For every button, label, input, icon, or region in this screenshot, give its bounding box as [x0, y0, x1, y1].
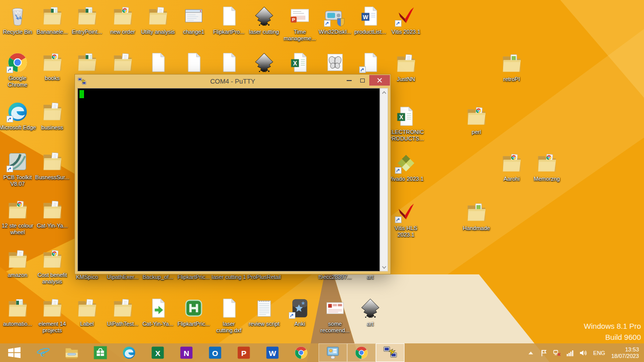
chrome-window-icon — [354, 345, 369, 360]
icon-label: f9ecc28397... — [318, 274, 352, 280]
desktop-icon-vivado-2023-1[interactable]: Vivado 2023.1 — [387, 150, 425, 182]
chevron-up-tray-icon — [527, 349, 535, 357]
desktop-icon-cat-yin-ya[interactable]: Cat-Yin-Ya... — [34, 197, 71, 229]
internet-explorer-icon: e — [36, 345, 50, 360]
desktop-icon-laser-cutting-dxf[interactable]: laser cutting.dxf — [210, 295, 248, 334]
hidden-icons-button[interactable] — [526, 348, 535, 357]
desktop-icon-automatio[interactable]: automatio... — [0, 295, 36, 327]
taskbar-items: eXNOPW — [0, 343, 405, 362]
desktop-icon-item-22[interactable] — [352, 49, 389, 75]
anki-icon — [289, 295, 311, 319]
desktop-icon-justnn[interactable]: JustNN — [387, 50, 425, 83]
terminal-scrollbar[interactable] — [380, 88, 388, 271]
desktop-icon-art[interactable]: art — [352, 295, 389, 327]
signal-strength-icon[interactable] — [566, 348, 574, 357]
desktop-icon-some-recomend[interactable]: some recomend... — [316, 295, 354, 334]
desktop-icon-perl[interactable]: perl — [458, 103, 495, 135]
desktop-icon-item-15[interactable] — [104, 49, 141, 75]
onenote-taskbar-button[interactable]: N — [172, 343, 201, 362]
desktop-icon-label[interactable]: Label — [68, 295, 106, 327]
desktop-icon-handmade[interactable]: Handmade — [458, 199, 495, 232]
language-indicator[interactable]: ENG — [593, 350, 605, 356]
network-status-icon[interactable] — [552, 348, 561, 357]
desktop-icon-time-manageme[interactable]: PTime manageme... — [281, 3, 318, 42]
desktop-icon-uipathtest[interactable]: UiPathTest... — [104, 295, 141, 327]
desktop-icon-electronic-products[interactable]: XELECTRONIC PRODUCTS... — [387, 103, 425, 142]
desktop-icon-element-14-projects[interactable]: element 14 projects — [34, 295, 71, 334]
desktop-icon-busnesssur[interactable]: BusnessSur... — [34, 149, 71, 181]
action-center-button[interactable] — [539, 348, 548, 357]
folder-chrome-icon — [41, 246, 63, 270]
desktop-icon-entrypoint[interactable]: EntryPoint... — [68, 3, 106, 35]
minimize-button[interactable] — [342, 75, 356, 86]
desktop-icon-bananaele[interactable]: Bananaele... — [34, 3, 71, 35]
desktop-icon-item-21[interactable] — [316, 49, 354, 75]
desktop-icon-item-19[interactable] — [246, 49, 283, 75]
desktop-icon-new-order[interactable]: new order — [104, 3, 141, 35]
desktop-icon-laser-cutting[interactable]: laser cutting — [246, 3, 283, 35]
terminal-area[interactable] — [77, 88, 380, 271]
icon-label: Cat-Yin-Ya... — [142, 321, 174, 327]
desktop-icon-utilty-analysis[interactable]: Utilty analysis — [139, 3, 177, 35]
signal-bars-icon — [566, 349, 574, 357]
edge-taskbar-button[interactable] — [115, 343, 143, 362]
desktop-icon-cost-benefit-analysis[interactable]: Cost benefit analysis — [34, 246, 71, 285]
desktop-icon-books[interactable]: books — [34, 49, 71, 82]
chrome-taskbar-button[interactable] — [287, 343, 315, 362]
desktop-icon-vitis-hls-2023-1[interactable]: Vitis HLS 2023.1 — [387, 199, 425, 238]
desktop-icon-pcb-toolkit-v8-07[interactable]: PCB Toolkit V8.07 — [0, 149, 36, 187]
desktop-icon-review-script[interactable]: review script — [246, 295, 283, 327]
window-controls — [342, 75, 390, 86]
start-taskbar-button[interactable] — [0, 343, 29, 362]
desktop-icon-memorzng[interactable]: Memorzng — [528, 150, 566, 182]
scroll-down-button[interactable] — [380, 263, 387, 271]
desktop-icon-aarohi[interactable]: Aarohi — [493, 150, 530, 182]
desktop-icon-item-14[interactable] — [68, 49, 106, 75]
chrome-window-taskbar-button[interactable] — [347, 343, 376, 362]
putty-titlebar[interactable]: COM4 - PuTTY — [75, 75, 390, 88]
desktop-icon-item-18[interactable] — [210, 49, 248, 75]
desktop-icon-google-chrome[interactable]: Google Chrome — [0, 49, 36, 88]
svg-text:W: W — [363, 14, 368, 20]
desktop-icon-amazon[interactable]: amazon — [0, 246, 36, 278]
system-tray: ENG 13:53 18/07/2023 — [526, 346, 644, 359]
doc-icon — [147, 49, 169, 74]
folder-doc-icon — [76, 295, 98, 319]
desktop-icon-flipkartpric[interactable]: FlipkartPric... — [175, 295, 212, 327]
desktop-icon-item-20[interactable]: X — [281, 49, 318, 75]
putty-taskbar-button[interactable] — [376, 343, 405, 362]
tray-clock[interactable]: 13:53 18/07/2023 — [611, 346, 639, 359]
folder-doc-icon — [112, 49, 134, 74]
desktop[interactable]: Recycle BinBananaele...EntryPoint...new … — [0, 0, 644, 362]
desktop-icon-12-ste-colour-wheel[interactable]: 12 ste colour wheel — [0, 197, 36, 236]
internet-explorer-taskbar-button[interactable]: e — [29, 343, 57, 362]
display-settings-taskbar-button[interactable] — [318, 343, 347, 362]
maximize-button[interactable] — [356, 75, 369, 86]
folder-doc-icon — [112, 295, 134, 319]
close-button[interactable] — [369, 75, 390, 86]
folder-excel-icon — [76, 49, 98, 74]
desktop-icon-cat-yin-ya[interactable]: Cat-Yin-Ya... — [139, 295, 177, 327]
desktop-icon-business[interactable]: business — [34, 99, 71, 131]
store-taskbar-button[interactable] — [86, 343, 115, 362]
desktop-icon-win32diski[interactable]: Win32DiskI... — [316, 3, 354, 35]
desktop-icon-recycle-bin[interactable]: Recycle Bin — [0, 3, 36, 35]
desktop-icon-vitis-2023-1[interactable]: Vitis 2023.1 — [387, 3, 425, 35]
desktop-icon-change1[interactable]: change1 — [175, 3, 212, 35]
word-taskbar-button[interactable]: W — [258, 343, 287, 362]
scroll-up-button[interactable] — [380, 89, 387, 96]
outlook-taskbar-button[interactable]: O — [201, 343, 229, 362]
volume-button[interactable] — [579, 348, 587, 357]
desktop-icon-productlist[interactable]: WproductList... — [352, 3, 389, 35]
desktop-icon-item-16[interactable] — [139, 49, 177, 75]
shortcut-arrow-icon — [7, 116, 13, 122]
desktop-icon-flipkartpro[interactable]: FlipkartPro... — [210, 3, 248, 35]
powerpoint-taskbar-button[interactable]: P — [229, 343, 258, 362]
file-explorer-taskbar-button[interactable] — [57, 343, 86, 362]
desktop-icon-microsoft-edge[interactable]: Microsoft Edge — [0, 99, 36, 131]
vitis-icon — [395, 3, 417, 27]
desktop-icon-retropi[interactable]: retroPI — [493, 50, 530, 83]
desktop-icon-anki[interactable]: Anki — [281, 295, 318, 327]
desktop-icon-item-17[interactable] — [175, 49, 212, 75]
excel-taskbar-button[interactable]: X — [143, 343, 172, 362]
